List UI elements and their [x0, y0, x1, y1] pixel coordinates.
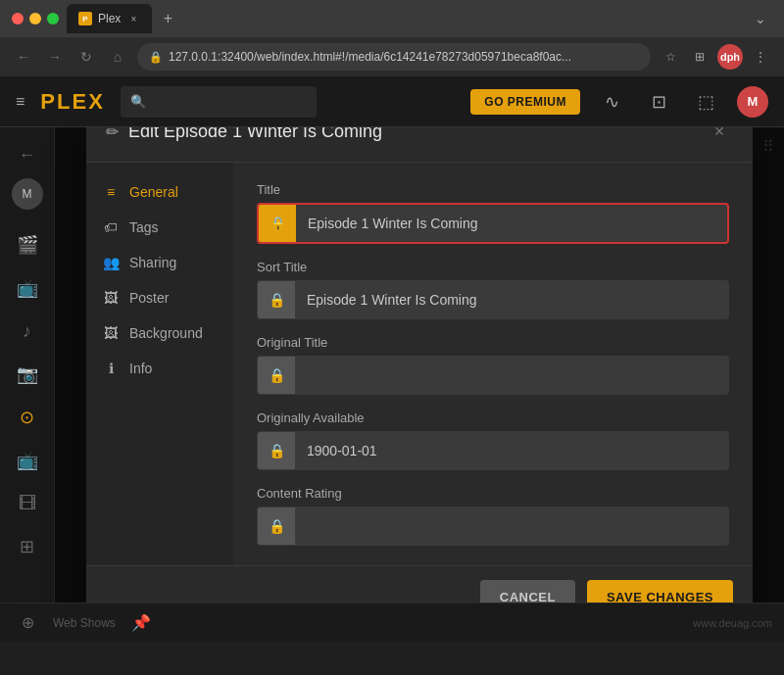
edit-modal: ✏ Edit Episode 1 Winter Is Coming × ≡ Ge… — [86, 127, 753, 603]
address-bar[interactable]: 🔒 127.0.0.1:32400/web/index.html#!/media… — [137, 43, 651, 71]
activity-icon[interactable]: ∿ — [596, 86, 627, 118]
new-tab-button[interactable]: + — [156, 7, 179, 30]
original-title-lock-button[interactable]: 🔒 — [258, 357, 295, 394]
modal-nav-poster[interactable]: 🖼 Poster — [86, 280, 233, 315]
sidebar-item-photos[interactable]: 📷 — [8, 355, 47, 394]
original-title-label: Original Title — [257, 335, 729, 350]
modal-header: ✏ Edit Episode 1 Winter Is Coming × — [86, 127, 753, 163]
back-button[interactable]: ← — [12, 45, 35, 69]
minimize-window-button[interactable] — [29, 13, 41, 24]
browser-titlebar: P Plex × + ⌄ — [0, 0, 784, 37]
sidebar-toggle-icon[interactable]: ≡ — [16, 93, 24, 111]
page-content: ⠿ ✏ Edit Episode 1 Winter Is Coming × — [55, 127, 784, 603]
tab-title: Plex — [98, 12, 121, 25]
cancel-button[interactable]: CANCEL — [480, 580, 575, 603]
tab-close-button[interactable]: × — [126, 12, 140, 25]
sidebar-item-music[interactable]: ♪ — [8, 312, 47, 351]
sort-title-label: Sort Title — [257, 260, 729, 274]
browser-settings-icon[interactable]: ⋮ — [749, 45, 772, 69]
modal-nav-sharing[interactable]: 👥 Sharing — [86, 245, 233, 280]
original-title-input-wrap: 🔒 — [257, 356, 729, 395]
save-changes-button[interactable]: SAVE CHANGES — [587, 580, 733, 603]
content-rating-field-group: Content Rating 🔒 — [257, 486, 729, 546]
title-lock-button[interactable]: 🔒 — [259, 205, 296, 242]
general-nav-icon: ≡ — [102, 184, 120, 200]
app-sidebar: ← M 🎬 📺 ♪ 📷 ⊙ 📺 🎞 ⊞ — [0, 127, 55, 603]
modal-nav-sidebar: ≡ General 🏷 Tags 👥 Sharing — [86, 163, 233, 565]
main-layout: ← M 🎬 📺 ♪ 📷 ⊙ 📺 🎞 ⊞ ⠿ ✏ Edit Episode 1 W… — [0, 127, 784, 603]
sort-title-field-group: Sort Title 🔒 — [257, 260, 729, 319]
content-rating-input-wrap: 🔒 — [257, 506, 729, 546]
poster-nav-icon: 🖼 — [102, 290, 120, 306]
title-label: Title — [257, 182, 729, 197]
modal-title-icon: ✏ — [106, 127, 119, 141]
modal-nav-tags[interactable]: 🏷 Tags — [86, 210, 233, 245]
originally-available-label: Originally Available — [257, 410, 729, 425]
screen-icon[interactable]: ⬚ — [690, 86, 721, 118]
bottom-pin-icon[interactable]: 📌 — [125, 607, 157, 639]
tab-favicon: P — [78, 12, 92, 25]
browser-menu-icon[interactable]: ⌄ — [749, 7, 772, 30]
originally-available-input-wrap: 🔒 — [257, 431, 729, 470]
browser-profile-avatar[interactable]: dph — [717, 44, 743, 70]
sidebar-item-tv[interactable]: 📺 — [8, 268, 47, 308]
content-rating-label: Content Rating — [257, 486, 729, 501]
browser-addressbar: ← → ↻ ⌂ 🔒 127.0.0.1:32400/web/index.html… — [0, 37, 784, 76]
content-rating-input[interactable] — [295, 507, 728, 545]
content-rating-lock-button[interactable]: 🔒 — [258, 507, 295, 545]
background-nav-label: Background — [129, 325, 203, 341]
ssl-lock-icon: 🔒 — [149, 51, 163, 64]
info-nav-icon: ℹ — [102, 361, 120, 376]
sharing-nav-label: Sharing — [129, 255, 176, 270]
sort-title-input[interactable] — [295, 281, 728, 318]
sort-title-input-wrap: 🔒 — [257, 280, 729, 319]
extensions-icon[interactable]: ⊞ — [688, 45, 711, 69]
user-avatar[interactable]: M — [737, 86, 768, 118]
sharing-nav-icon: 👥 — [102, 255, 120, 270]
search-input[interactable]: 🔍 — [121, 86, 317, 118]
originally-available-lock-button[interactable]: 🔒 — [258, 432, 295, 469]
original-title-input[interactable] — [295, 357, 728, 394]
poster-nav-label: Poster — [129, 290, 169, 306]
sidebar-item-films[interactable]: 🎞 — [8, 484, 47, 523]
original-title-field-group: Original Title 🔒 — [257, 335, 729, 395]
browser-chrome: P Plex × + ⌄ ← → ↻ ⌂ 🔒 127.0.0.1:32400/w… — [0, 0, 784, 76]
title-input[interactable] — [296, 205, 727, 242]
cast-icon[interactable]: ⊡ — [643, 86, 674, 118]
refresh-button[interactable]: ↻ — [74, 45, 98, 69]
search-icon: 🔍 — [130, 94, 146, 109]
maximize-window-button[interactable] — [47, 13, 59, 24]
sidebar-item-circle[interactable]: ⊙ — [8, 398, 47, 437]
traffic-lights — [12, 13, 59, 24]
forward-button[interactable]: → — [43, 45, 67, 69]
sidebar-user-avatar[interactable]: M — [12, 178, 43, 210]
sidebar-item-back[interactable]: ← — [8, 135, 47, 174]
sort-title-lock-button[interactable]: 🔒 — [258, 281, 295, 318]
originally-available-field-group: Originally Available 🔒 — [257, 410, 729, 470]
bookmark-icon[interactable]: ☆ — [659, 45, 682, 69]
modal-body: ≡ General 🏷 Tags 👥 Sharing — [86, 163, 753, 565]
close-window-button[interactable] — [12, 13, 24, 24]
modal-nav-background[interactable]: 🖼 Background — [86, 315, 233, 351]
title-field-group: Title 🔒 — [257, 182, 729, 244]
sidebar-item-more[interactable]: ⊞ — [8, 527, 47, 566]
address-text: 127.0.0.1:32400/web/index.html#!/media/6… — [169, 50, 571, 64]
info-nav-label: Info — [129, 361, 152, 376]
title-input-wrap: 🔒 — [257, 203, 729, 244]
home-button[interactable]: ⌂ — [106, 45, 129, 69]
tags-nav-icon: 🏷 — [102, 219, 120, 235]
browser-tab[interactable]: P Plex × — [67, 4, 152, 33]
sidebar-item-livetv[interactable]: 📺 — [8, 441, 47, 480]
plex-logo: PLEX — [40, 89, 104, 115]
modal-title: Edit Episode 1 Winter Is Coming — [128, 127, 696, 142]
modal-close-button[interactable]: × — [706, 127, 733, 146]
bottom-add-icon[interactable]: ⊕ — [12, 607, 43, 639]
modal-nav-general[interactable]: ≡ General — [86, 174, 233, 210]
general-nav-label: General — [129, 184, 178, 200]
sidebar-item-movies[interactable]: 🎬 — [8, 225, 47, 265]
originally-available-input[interactable] — [295, 432, 728, 469]
modal-nav-info[interactable]: ℹ Info — [86, 351, 233, 386]
modal-main-content: Title 🔒 Sort Title 🔒 — [233, 163, 753, 565]
modal-footer: CANCEL SAVE CHANGES — [86, 565, 753, 603]
go-premium-button[interactable]: GO PREMIUM — [470, 89, 580, 115]
